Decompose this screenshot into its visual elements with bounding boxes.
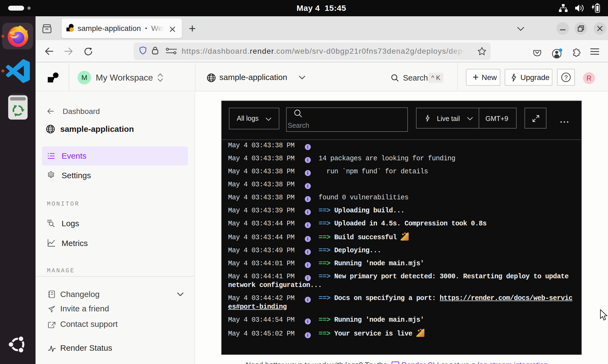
svg-text:?: ? xyxy=(564,74,568,81)
